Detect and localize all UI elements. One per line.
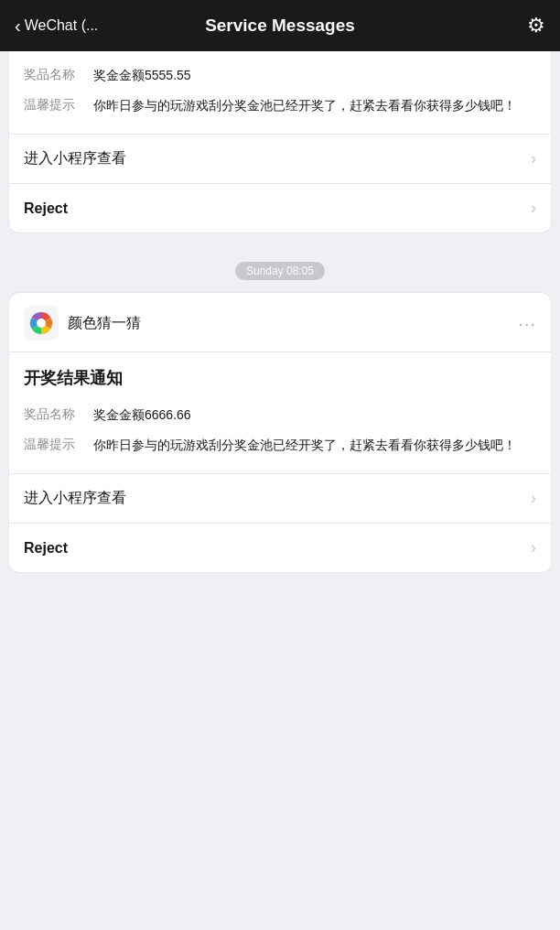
- enter-miniprogram-button-1[interactable]: 进入小程序查看 ›: [9, 134, 551, 183]
- field-row-hint-2: 温馨提示 你昨日参与的玩游戏刮分奖金池已经开奖了，赶紧去看看你获得多少钱吧！: [24, 436, 536, 455]
- timestamp-badge: Sunday 08:05: [235, 262, 325, 280]
- field-label-hint-1: 温馨提示: [24, 96, 81, 114]
- partial-card-body: 奖品名称 奖金金额5555.55 温馨提示 你昨日参与的玩游戏刮分奖金池已经开奖…: [9, 51, 551, 134]
- header: ‹ WeChat (... Service Messages ⚙: [0, 0, 560, 51]
- reject-label-2: Reject: [24, 540, 68, 557]
- action-chevron-icon-4: ›: [531, 538, 536, 557]
- app-name: 颜色猜一猜: [68, 314, 518, 333]
- gear-icon[interactable]: ⚙: [527, 14, 545, 38]
- enter-miniprogram-label-1: 进入小程序查看: [24, 149, 126, 168]
- action-chevron-icon-1: ›: [531, 149, 536, 168]
- card-main-title: 开奖结果通知: [24, 367, 536, 389]
- card-body: 开奖结果通知 奖品名称 奖金金额6666.66 温馨提示 你昨日参与的玩游戏刮分…: [9, 352, 551, 473]
- svg-point-2: [37, 319, 46, 328]
- card-header: 颜色猜一猜 ···: [9, 293, 551, 352]
- field-row-prize-2: 奖品名称 奖金金额6666.66: [24, 406, 536, 425]
- enter-miniprogram-label-2: 进入小程序查看: [24, 489, 126, 508]
- page-title: Service Messages: [205, 16, 355, 36]
- partial-card: 奖品名称 奖金金额5555.55 温馨提示 你昨日参与的玩游戏刮分奖金池已经开奖…: [9, 51, 551, 232]
- main-card: 颜色猜一猜 ··· 开奖结果通知 奖品名称 奖金金额6666.66 温馨提示 你…: [9, 293, 551, 572]
- back-button[interactable]: ‹ WeChat (...: [15, 17, 98, 35]
- field-label-prize-name-1: 奖品名称: [24, 66, 81, 83]
- timestamp-area: Sunday 08:05: [0, 245, 560, 293]
- field-value-prize-name-1: 奖金金额5555.55: [93, 66, 536, 85]
- field-value-hint-1: 你昨日参与的玩游戏刮分奖金池已经开奖了，赶紧去看看你获得多少钱吧！: [93, 96, 536, 115]
- action-chevron-icon-2: ›: [531, 199, 536, 218]
- more-icon[interactable]: ···: [518, 313, 536, 334]
- app-icon: [24, 306, 59, 341]
- reject-button-1[interactable]: Reject ›: [9, 183, 551, 232]
- reject-button-2[interactable]: Reject ›: [9, 523, 551, 572]
- enter-miniprogram-button-2[interactable]: 进入小程序查看 ›: [9, 473, 551, 523]
- field-row: 奖品名称 奖金金额5555.55: [24, 66, 536, 85]
- back-chevron-icon: ‹: [15, 16, 21, 35]
- field-label-prize-2: 奖品名称: [24, 406, 81, 423]
- field-row-hint-1: 温馨提示 你昨日参与的玩游戏刮分奖金池已经开奖了，赶紧去看看你获得多少钱吧！: [24, 96, 536, 115]
- action-chevron-icon-3: ›: [531, 489, 536, 508]
- back-label: WeChat (...: [25, 17, 99, 34]
- field-label-hint-2: 温馨提示: [24, 436, 81, 453]
- field-value-hint-2: 你昨日参与的玩游戏刮分奖金池已经开奖了，赶紧去看看你获得多少钱吧！: [93, 436, 536, 455]
- field-value-prize-2: 奖金金额6666.66: [93, 406, 536, 425]
- reject-label-1: Reject: [24, 200, 68, 217]
